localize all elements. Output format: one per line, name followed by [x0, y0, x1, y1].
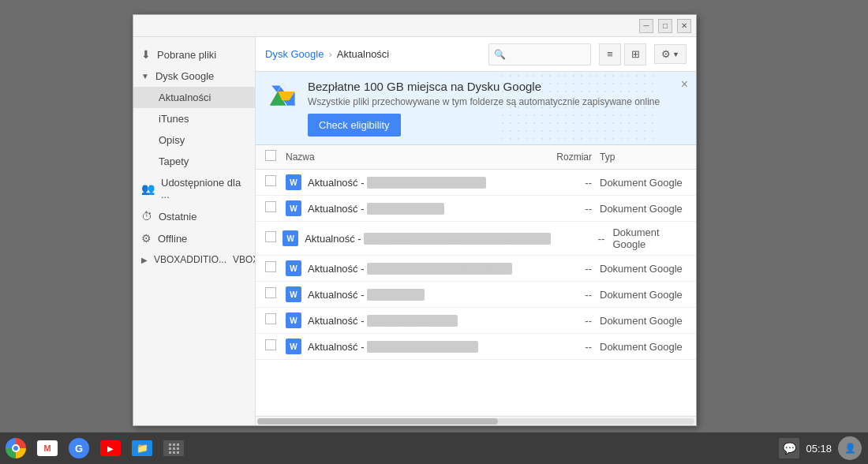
- table-row[interactable]: W Aktualność - blurred file name text he…: [256, 170, 696, 196]
- gdoc-icon: W: [286, 312, 301, 328]
- gdoc-icon: W: [286, 200, 301, 216]
- toolbar: Dysk Google › Aktualności 🔍 ≡ ⊞ ⚙ ▼: [256, 37, 696, 72]
- file-name: Aktualność - blurred medium text: [308, 315, 458, 327]
- titlebar: ─ □ ✕: [133, 15, 696, 37]
- table-row[interactable]: W Aktualność - blurred short -- Dokument…: [256, 282, 696, 308]
- sidebar-item-label: VBOXADDITIO...: [154, 254, 226, 265]
- file-type: Dokument Google: [592, 315, 687, 327]
- view-buttons: ≡ ⊞: [599, 43, 646, 65]
- file-type: Dokument Google: [592, 203, 687, 215]
- promo-banner: Bezpłatne 100 GB miejsca na Dysku Google…: [256, 72, 696, 145]
- file-size: --: [529, 177, 592, 189]
- sidebar-item-offline[interactable]: ⚙ Offline: [133, 227, 255, 249]
- file-name: Aktualność - blurred medium length text …: [308, 263, 512, 275]
- file-name: Aktualność - blurred longer file name te…: [305, 233, 551, 245]
- taskbar-chrome-icon[interactable]: [0, 432, 32, 464]
- file-name: Aktualność - blurred text short: [308, 203, 444, 215]
- gdoc-icon: W: [286, 174, 301, 190]
- sidebar-item-label: Opisy: [159, 134, 185, 146]
- shared-icon: 👥: [141, 182, 155, 195]
- file-name: Aktualność - blurred file name text here: [308, 177, 486, 189]
- file-type: Dokument Google: [592, 177, 687, 189]
- drive-expand-icon: ▼: [141, 72, 149, 80]
- horizontal-scrollbar[interactable]: [256, 416, 696, 425]
- taskbar-gmail-icon[interactable]: M: [32, 432, 63, 464]
- table-row[interactable]: W Aktualność - blurred medium text -- Do…: [256, 308, 696, 334]
- grid-view-button[interactable]: ⊞: [624, 43, 646, 65]
- file-size: --: [529, 203, 592, 215]
- gdoc-icon: W: [286, 260, 301, 276]
- file-checkbox[interactable]: [265, 287, 276, 298]
- taskbar-youtube-icon[interactable]: ▶: [95, 432, 126, 464]
- chat-icon[interactable]: 💬: [779, 438, 799, 458]
- settings-button[interactable]: ⚙ ▼: [654, 44, 687, 64]
- settings-arrow: ▼: [672, 51, 679, 58]
- taskbar-apps-icon[interactable]: [158, 432, 189, 464]
- sidebar-item-vbox[interactable]: ▶ VBOXADDITIO... VBOXADDITIO...: [133, 249, 255, 270]
- column-header-name: Nazwa: [286, 152, 529, 163]
- breadcrumb-root[interactable]: Dysk Google: [265, 48, 324, 60]
- maximize-button[interactable]: □: [658, 19, 672, 33]
- sidebar-item-aktualnosci[interactable]: Aktualności: [133, 87, 255, 108]
- promo-decoration: [499, 72, 657, 144]
- gdoc-icon: W: [282, 230, 298, 246]
- scroll-track: [257, 418, 694, 425]
- sidebar-item-google-drive[interactable]: ▼ Dysk Google: [133, 65, 255, 87]
- gdoc-icon: W: [286, 286, 301, 302]
- sidebar-item-label-text: VBOXADDITIO...: [233, 254, 256, 265]
- file-checkbox[interactable]: [265, 231, 276, 242]
- sidebar-item-label: iTunes: [159, 113, 189, 125]
- minimize-button[interactable]: ─: [639, 19, 653, 33]
- window-body: ⬇ Pobrane pliki ▼ Dysk Google Aktualnośc…: [133, 37, 696, 425]
- breadcrumb: Dysk Google › Aktualności: [265, 48, 481, 60]
- select-all-checkbox[interactable]: [265, 150, 276, 161]
- table-row[interactable]: W Aktualność - blurred longer name text …: [256, 334, 696, 360]
- file-type: Dokument Google: [592, 289, 687, 301]
- scroll-thumb[interactable]: [257, 418, 498, 425]
- vbox-expand-icon: ▶: [141, 256, 148, 264]
- main-window: ─ □ ✕ ⬇ Pobrane pliki ▼ Dysk Google Aktu…: [133, 14, 697, 426]
- sidebar-item-downloads[interactable]: ⬇ Pobrane pliki: [133, 43, 255, 65]
- drive-logo: [267, 80, 298, 111]
- column-header-type: Typ: [592, 152, 687, 163]
- file-type: Dokument Google: [604, 226, 687, 250]
- file-type: Dokument Google: [592, 341, 687, 353]
- breadcrumb-separator: ›: [328, 48, 331, 60]
- taskbar: M G ▶ 📁 💬 05:18 👤: [0, 432, 868, 464]
- sidebar-item-tapety[interactable]: Tapety: [133, 151, 255, 172]
- taskbar-google-icon[interactable]: G: [63, 432, 95, 464]
- file-checkbox[interactable]: [265, 339, 276, 350]
- sidebar-item-shared[interactable]: 👥 Udostępnione dla ...: [133, 172, 255, 205]
- file-size: --: [529, 289, 592, 301]
- table-row[interactable]: W Aktualność - blurred medium length tex…: [256, 256, 696, 282]
- sidebar-item-opisy[interactable]: Opisy: [133, 129, 255, 151]
- sidebar-item-label: Offline: [158, 233, 187, 245]
- taskbar-time: 05:18: [806, 443, 832, 455]
- sidebar-item-label: Ostatnie: [159, 211, 196, 223]
- taskbar-right: 💬 05:18 👤: [779, 436, 868, 460]
- breadcrumb-current: Aktualności: [337, 48, 389, 60]
- sidebar-item-recent[interactable]: ⏱ Ostatnie: [133, 205, 255, 227]
- check-eligibility-button[interactable]: Check eligibility: [308, 114, 401, 137]
- file-type: Dokument Google: [592, 263, 687, 275]
- list-view-button[interactable]: ≡: [599, 43, 621, 65]
- file-size: --: [551, 233, 604, 245]
- sidebar-item-itunes[interactable]: iTunes: [133, 108, 255, 129]
- file-checkbox[interactable]: [265, 175, 276, 186]
- file-checkbox[interactable]: [265, 261, 276, 272]
- file-size: --: [529, 315, 592, 327]
- table-row[interactable]: W Aktualność - blurred text short -- Dok…: [256, 196, 696, 222]
- sidebar-item-label: Dysk Google: [155, 70, 214, 82]
- sidebar-item-label: Tapety: [159, 155, 189, 167]
- search-box[interactable]: 🔍: [488, 43, 591, 65]
- file-checkbox[interactable]: [265, 201, 276, 212]
- close-button[interactable]: ✕: [677, 19, 691, 33]
- table-row[interactable]: W Aktualność - blurred longer file name …: [256, 222, 696, 256]
- promo-close-button[interactable]: ×: [681, 78, 688, 91]
- sidebar-item-label: Pobrane pliki: [157, 49, 216, 61]
- taskbar-files-icon[interactable]: 📁: [126, 432, 158, 464]
- file-name: Aktualność - blurred longer name text: [308, 341, 478, 353]
- file-checkbox[interactable]: [265, 313, 276, 324]
- taskbar-avatar[interactable]: 👤: [838, 436, 862, 460]
- sidebar-item-label: Aktualności: [159, 92, 211, 103]
